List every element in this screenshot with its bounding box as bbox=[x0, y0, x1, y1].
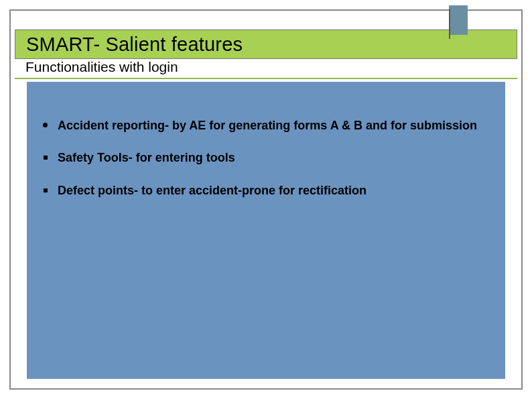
bullet-marker-icon bbox=[43, 123, 48, 127]
slide-title: SMART- Salient features bbox=[15, 34, 243, 56]
bullet-text: Safety Tools- for entering tools bbox=[58, 151, 235, 164]
slide: SMART- Salient features Functionalities … bbox=[0, 0, 532, 399]
bullet-text: Accident reporting- by AE for generating… bbox=[58, 119, 477, 132]
bullet-item: Defect points- to enter accident-prone f… bbox=[38, 183, 494, 198]
bullet-text: Defect points- to enter accident-prone f… bbox=[58, 184, 367, 197]
bullet-marker-icon bbox=[44, 188, 48, 192]
subtitle-bar: Functionalities with login bbox=[15, 59, 517, 79]
bullet-list: Accident reporting- by AE for generating… bbox=[38, 118, 494, 215]
slide-subtitle: Functionalities with login bbox=[15, 59, 178, 75]
bullet-marker-icon bbox=[44, 156, 48, 160]
title-bar: SMART- Salient features bbox=[15, 30, 517, 59]
corner-decoration bbox=[449, 5, 468, 35]
bullet-item: Safety Tools- for entering tools bbox=[38, 150, 494, 166]
bullet-item: Accident reporting- by AE for generating… bbox=[38, 118, 494, 133]
